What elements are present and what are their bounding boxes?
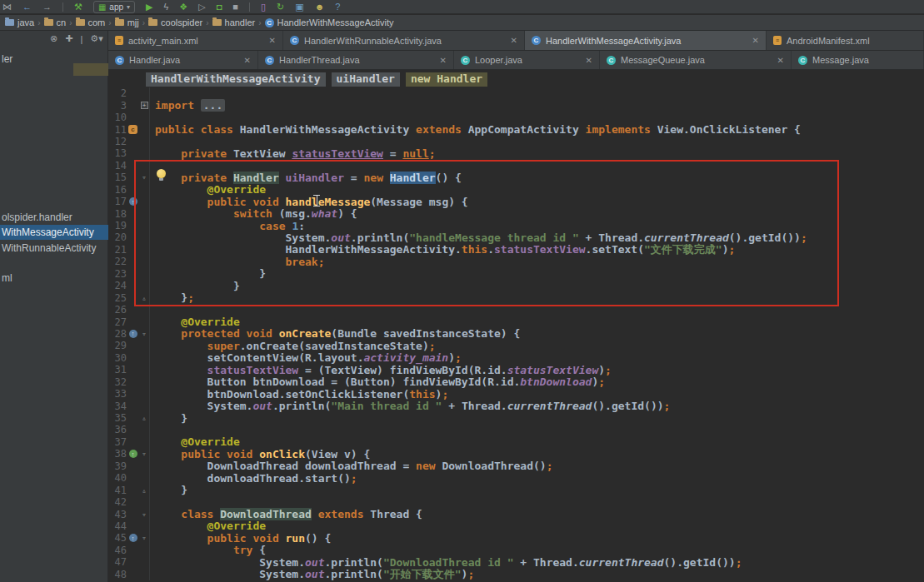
stop-icon[interactable]: ■	[232, 2, 238, 12]
fold-marker[interactable]	[139, 304, 150, 316]
breadcrumb-item[interactable]: coolspider	[148, 17, 202, 27]
circle-close-icon[interactable]: ⊗	[50, 33, 57, 44]
code-line[interactable]: 33 btnDownload.setOnClickListener(this);	[108, 388, 924, 400]
line-number[interactable]: 43	[108, 509, 127, 520]
editor-tab[interactable]: ≡AndroidManifest.xml	[767, 31, 924, 50]
fold-marker[interactable]	[139, 569, 150, 580]
line-number[interactable]: 48	[108, 569, 127, 580]
fold-marker[interactable]: ▿	[139, 532, 150, 544]
breadcrumb-item[interactable]: CHandlerWithMessageActivity	[265, 17, 394, 27]
fold-marker[interactable]	[139, 244, 150, 256]
code-line[interactable]: 25▵ };	[108, 291, 924, 303]
line-number[interactable]: 46	[108, 545, 127, 556]
line-number[interactable]: 11	[108, 124, 127, 136]
fold-marker[interactable]: ▿	[139, 508, 150, 520]
fold-marker[interactable]	[139, 184, 150, 196]
fold-marker[interactable]	[139, 87, 150, 99]
code-line[interactable]: 15▿ private Handler uiHandler = new Hand…	[108, 172, 924, 183]
fold-marker[interactable]	[139, 123, 150, 135]
fold-marker[interactable]: ▿	[139, 328, 150, 340]
code-line[interactable]: 29 super.onCreate(savedInstanceState);	[108, 340, 924, 351]
tab-close-icon[interactable]: ✕	[440, 56, 447, 65]
profile-icon[interactable]: ▷	[198, 2, 205, 12]
run-config-selector[interactable]: ▦app▾	[93, 1, 135, 13]
locate-icon[interactable]: ✚	[65, 33, 72, 44]
code-line[interactable]: 35▵ }	[108, 412, 924, 424]
line-number[interactable]: 35	[108, 412, 127, 424]
line-number[interactable]: 37	[108, 436, 127, 448]
help-icon[interactable]: ?	[335, 2, 340, 12]
fold-marker[interactable]	[139, 316, 150, 327]
line-number[interactable]: 3	[108, 100, 127, 112]
fold-marker[interactable]: ▿	[139, 172, 150, 183]
line-number[interactable]: 41	[108, 485, 127, 496]
fold-marker[interactable]	[139, 196, 150, 207]
code-line[interactable]: 2	[108, 87, 924, 99]
line-number[interactable]: 42	[108, 496, 127, 508]
code-line[interactable]: 18 switch (msg.what) {	[108, 207, 924, 219]
line-number[interactable]: 44	[108, 520, 127, 532]
line-number[interactable]: 10	[108, 112, 127, 123]
intention-bulb-icon[interactable]	[157, 169, 166, 181]
fold-marker[interactable]: ▵	[139, 291, 150, 303]
fold-marker[interactable]	[139, 376, 150, 388]
code-area[interactable]: 23+import ...1011cpublic class HandlerWi…	[108, 87, 924, 580]
code-editor[interactable]: HandlerWithMessageActivityuiHandlernew H…	[108, 70, 924, 582]
line-number[interactable]: 19	[108, 220, 127, 231]
editor-tab[interactable]: CHandlerWithMessageActivity.java✕	[525, 31, 767, 50]
editor-tab[interactable]: CLooper.java✕	[454, 51, 600, 69]
overrides-method-icon[interactable]: ↑	[129, 534, 137, 542]
code-line[interactable]: 21 HandlerWithMessageActivity.this.statu…	[108, 244, 924, 256]
attach-debugger-icon[interactable]: ◘	[217, 2, 222, 12]
fold-marker[interactable]	[139, 207, 150, 219]
line-number[interactable]: 34	[108, 400, 127, 412]
fold-marker[interactable]	[139, 545, 150, 556]
line-number[interactable]: 23	[108, 268, 127, 280]
code-line[interactable]: 31 statusTextView = (TextView) findViewB…	[108, 364, 924, 376]
breadcrumb-item[interactable]: mjj	[115, 17, 139, 27]
sdk-manager-icon[interactable]: ▣	[295, 2, 303, 12]
fold-marker[interactable]	[139, 147, 150, 159]
breadcrumb-chip[interactable]: uiHandler	[332, 72, 400, 87]
gradle-sync-icon[interactable]: ↻	[277, 2, 284, 12]
fold-marker[interactable]	[139, 160, 150, 172]
overrides-method-icon[interactable]: ↑	[129, 330, 137, 338]
breadcrumb-item[interactable]: handler	[212, 17, 256, 27]
code-line[interactable]: 37 @Override	[108, 436, 924, 448]
breadcrumb-item[interactable]: com	[76, 17, 106, 27]
project-tree-item[interactable]: olspider.handler	[0, 210, 108, 225]
debug-icon[interactable]: ❖	[179, 2, 187, 12]
line-number[interactable]: 38	[108, 448, 127, 460]
fold-marker[interactable]	[139, 364, 150, 376]
project-tree-item[interactable]: ml	[0, 271, 108, 286]
editor-tab[interactable]: CMessageQueue.java✕	[600, 51, 792, 69]
code-line[interactable]: 26	[108, 304, 924, 316]
line-number[interactable]: 18	[108, 208, 127, 220]
window-restore-icon[interactable]: ⋈	[2, 2, 12, 12]
line-number[interactable]: 33	[108, 388, 127, 400]
line-number[interactable]: 30	[108, 352, 127, 364]
fold-marker[interactable]	[139, 496, 150, 508]
line-number[interactable]: 40	[108, 472, 127, 484]
line-number[interactable]: 29	[108, 340, 127, 351]
apply-changes-icon[interactable]: ϟ	[164, 2, 169, 12]
code-line[interactable]: 14	[108, 160, 924, 172]
line-number[interactable]: 36	[108, 424, 127, 435]
fold-marker[interactable]	[139, 424, 150, 435]
line-number[interactable]: 15	[108, 172, 127, 183]
tab-close-icon[interactable]: ✕	[777, 56, 784, 65]
overrides-method-icon[interactable]: ↑	[129, 197, 137, 206]
code-line[interactable]: 36	[108, 424, 924, 435]
breadcrumb-chip[interactable]: HandlerWithMessageActivity	[146, 72, 326, 87]
line-number[interactable]: 39	[108, 460, 127, 472]
code-line[interactable]: 11cpublic class HandlerWithMessageActivi…	[108, 123, 924, 135]
code-line[interactable]: 13 private TextView statusTextView = nul…	[108, 147, 924, 159]
code-line[interactable]: 32 Button btnDownload = (Button) findVie…	[108, 376, 924, 388]
editor-tab[interactable]: CHandlerThread.java✕	[258, 51, 454, 69]
code-line[interactable]: 45↑▿ public void run() {	[108, 532, 924, 544]
activity-class-icon[interactable]: c	[128, 125, 137, 134]
fold-marker[interactable]	[139, 520, 150, 532]
fold-marker[interactable]	[139, 136, 150, 147]
code-line[interactable]: 28↑▿ protected void onCreate(Bundle save…	[108, 328, 924, 340]
line-number[interactable]: 27	[108, 316, 127, 328]
